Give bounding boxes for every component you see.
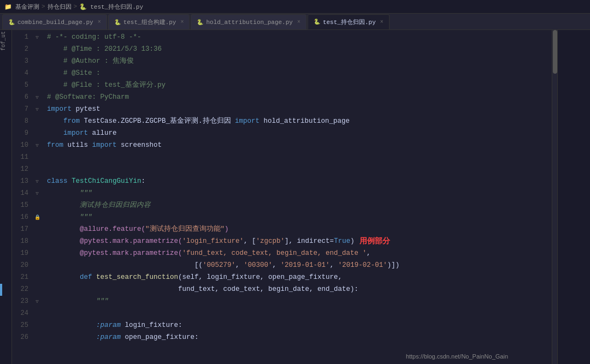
tab-icon-4: 🐍 <box>314 19 320 25</box>
line-num-16: 16 <box>12 211 28 223</box>
line-num-19: 19 <box>12 247 28 259</box>
code-line-26: :param open_page_fixture: <box>43 331 552 343</box>
fold-14[interactable]: ▽ <box>32 187 43 199</box>
code-line-18: @pytest.mark.parametrize('login_fixture'… <box>43 235 552 247</box>
fold-4 <box>32 67 43 79</box>
tab-close-4[interactable]: × <box>380 19 384 25</box>
tab-close-3[interactable]: × <box>297 19 300 25</box>
scrollbar[interactable] <box>552 30 557 364</box>
tab-test-chicang[interactable]: 🐍 test_持仓归因.py × <box>308 14 390 29</box>
line-num-7: 7 <box>12 103 28 115</box>
tab-test-zuhe[interactable]: 🐍 test_组合构建.py × <box>108 14 190 29</box>
line-num-12: 12 <box>12 163 28 175</box>
line-num-10: 10 <box>12 139 28 151</box>
code-line-15: 测试持仓归因归因内容 <box>43 199 552 211</box>
tab-hold-attribution[interactable]: 🐍 hold_attribution_page.py × <box>191 14 306 29</box>
code-area[interactable]: # -*- coding: utf-8 -*- # @Time : 2021/5… <box>43 30 552 364</box>
fold-20 <box>32 259 43 271</box>
line-num-13: 13 <box>12 175 28 187</box>
fold-18 <box>32 235 43 247</box>
tab-combine-build-page[interactable]: 🐍 combine_build_page.py × <box>2 14 107 29</box>
line-num-6: 6 <box>12 91 28 103</box>
code-line-21: def test_search_function(self, login_fix… <box>43 271 552 283</box>
tab-label-2: test_组合构建.py <box>123 18 176 26</box>
breadcrumb-file-icon: 🐍 <box>79 3 87 10</box>
line-num-18: 18 <box>12 235 28 247</box>
code-line-22: fund_text, code_text, begin_date, end_da… <box>43 283 552 295</box>
fold-1[interactable]: ▽ <box>32 31 43 43</box>
code-line-7: import pytest <box>43 103 552 115</box>
breadcrumb-item-2[interactable]: 持仓归因 <box>48 3 72 11</box>
fold-6[interactable]: ▽ <box>32 91 43 103</box>
scrollbar-thumb[interactable] <box>553 30 557 74</box>
code-line-13: class TestChiCangGuiYin: <box>43 175 552 187</box>
tab-label-3: hold_attribution_page.py <box>206 19 292 26</box>
code-line-4: # @Site : <box>43 67 552 79</box>
line-num-22: 22 <box>12 283 28 295</box>
watermark: https://blog.csdn.net/No_PainNo_Gain <box>406 353 508 360</box>
fold-19 <box>32 247 43 259</box>
code-line-20: [('005279', '00300', '2019-01-01', '2019… <box>43 259 552 271</box>
line-num-3: 3 <box>12 55 28 67</box>
fold-8 <box>32 115 43 127</box>
code-line-16: """ <box>43 211 552 223</box>
line-num-26: 26 <box>12 331 28 343</box>
fold-7[interactable]: ▽ <box>32 103 43 115</box>
line-num-2: 2 <box>12 43 28 55</box>
breadcrumb-item-1[interactable]: 基金评测 <box>15 3 39 11</box>
line-num-17: 17 <box>12 223 28 235</box>
line-num-20: 20 <box>12 259 28 271</box>
fold-9 <box>32 127 43 139</box>
line-num-25: 25 <box>12 319 28 331</box>
tab-close-1[interactable]: × <box>98 19 101 25</box>
tab-icon-2: 🐍 <box>114 19 121 26</box>
tab-label-1: combine_build_page.py <box>17 19 93 26</box>
code-line-8: from TestCase.ZGCPB.ZGCPB_基金评测.持仓归因 impo… <box>43 115 552 127</box>
code-line-11 <box>43 151 552 163</box>
sidebar-fof-label: fof_ut <box>1 31 7 53</box>
breadcrumb: 📁 基金评测 > 持仓归因 > 🐍 test_持仓归因.py <box>0 0 590 14</box>
line-numbers: 1 2 3 4 5 6 7 8 9 10 11 12 13 14 15 16 1… <box>12 30 32 364</box>
code-line-24 <box>43 307 552 319</box>
fold-22 <box>32 283 43 295</box>
tab-label-4: test_持仓归因.py <box>323 18 376 26</box>
line-num-21: 21 <box>12 271 28 283</box>
fold-26 <box>32 331 43 343</box>
line-num-23: 23 <box>12 295 28 307</box>
code-line-1: # -*- coding: utf-8 -*- <box>43 31 552 43</box>
fold-12 <box>32 163 43 175</box>
fold-5 <box>32 79 43 91</box>
tab-close-2[interactable]: × <box>180 19 184 25</box>
fold-15 <box>32 199 43 211</box>
minimap <box>557 30 590 364</box>
line-num-15: 15 <box>12 199 28 211</box>
line-num-4: 4 <box>12 67 28 79</box>
fold-2 <box>32 43 43 55</box>
breadcrumb-item-3[interactable]: test_持仓归因.py <box>90 3 143 11</box>
code-line-12 <box>43 163 552 175</box>
code-line-3: # @Author : 焦海俊 <box>43 55 552 67</box>
code-line-10: from utils import screenshot <box>43 139 552 151</box>
editor-container: fof_ut 1 2 3 4 5 6 7 8 9 10 11 12 13 14 … <box>0 30 590 364</box>
line-num-11: 11 <box>12 151 28 163</box>
code-line-14: """ <box>43 187 552 199</box>
fold-21 <box>32 271 43 283</box>
fold-10[interactable]: ▽ <box>32 139 43 151</box>
code-line-19: @pytest.mark.parametrize('fund_text, cod… <box>43 247 552 259</box>
left-edge-indicator <box>0 284 2 296</box>
code-line-6: # @Software: PyCharm <box>43 91 552 103</box>
fold-25 <box>32 319 43 331</box>
fold-13[interactable]: ▽ <box>32 175 43 187</box>
tab-bar: 🐍 combine_build_page.py × 🐍 test_组合构建.py… <box>0 14 590 30</box>
fold-16: 🔒 <box>32 211 43 223</box>
line-num-1: 1 <box>12 31 28 43</box>
fold-17 <box>32 223 43 235</box>
fold-11 <box>32 151 43 163</box>
code-line-2: # @Time : 2021/5/3 13:36 <box>43 43 552 55</box>
fold-23[interactable]: ▽ <box>32 295 43 307</box>
fold-24 <box>32 307 43 319</box>
left-sidebar: fof_ut <box>0 30 12 364</box>
code-line-5: # @File : test_基金评分.py <box>43 79 552 91</box>
code-line-17: @allure.feature("测试持仓归因查询功能") <box>43 223 552 235</box>
code-line-9: import allure <box>43 127 552 139</box>
